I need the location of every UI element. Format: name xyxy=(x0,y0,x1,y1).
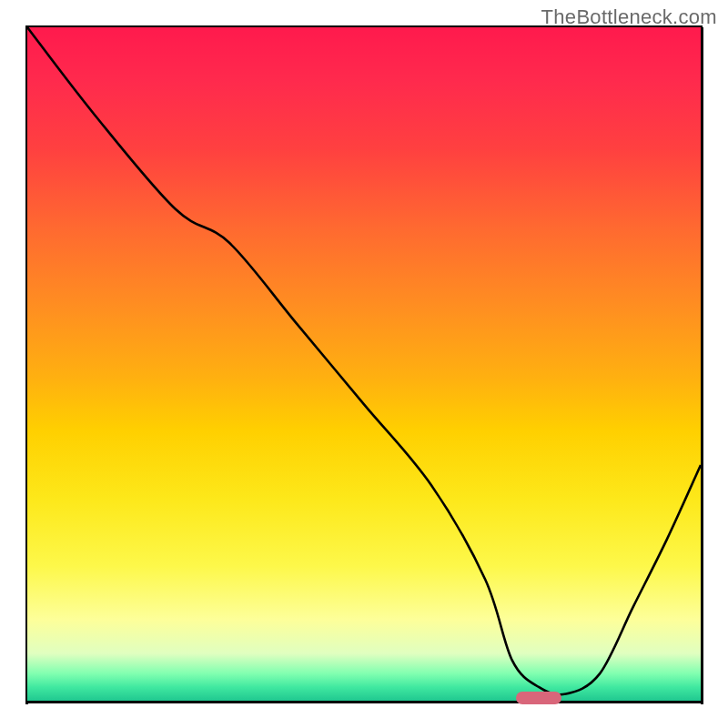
axis-right-border xyxy=(701,27,703,704)
optimal-point-marker xyxy=(516,692,561,704)
chart-curve-svg xyxy=(27,27,701,701)
chart-plot-area xyxy=(27,27,701,701)
axis-bottom-border xyxy=(25,701,703,703)
bottleneck-curve xyxy=(27,27,701,694)
